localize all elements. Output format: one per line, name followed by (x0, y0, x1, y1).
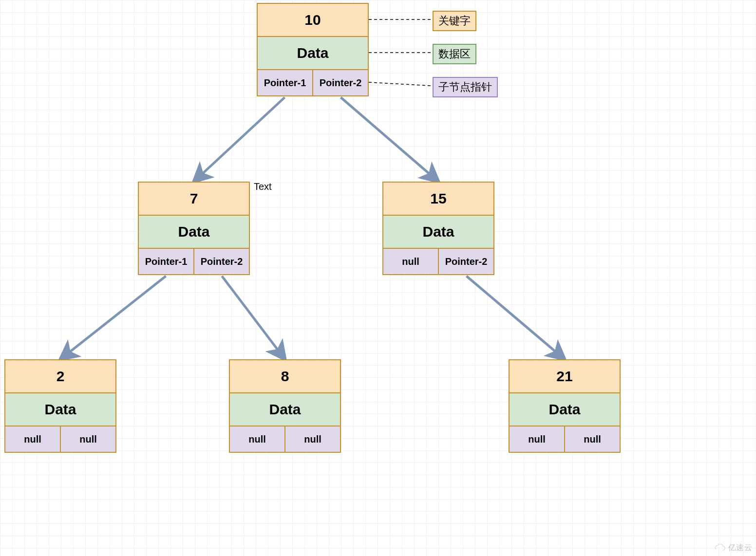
node-pointer-1: null (230, 426, 284, 452)
edge-arrow (222, 276, 285, 359)
node-pointer-2: null (564, 426, 620, 452)
node-pointer-1: Pointer-1 (258, 70, 312, 95)
node-data: Data (258, 37, 368, 70)
node-data: Data (510, 393, 620, 426)
node-key: 21 (510, 360, 620, 393)
node-pointer-2: null (60, 426, 115, 452)
tree-node-leaf-2: 2 Data null null (4, 359, 116, 453)
node-pointers: null null (510, 426, 620, 452)
node-pointers: null null (230, 426, 340, 452)
node-pointer-2: Pointer-2 (193, 249, 249, 274)
node-pointers: Pointer-1 Pointer-2 (258, 70, 368, 95)
tree-node-left: 7 Data Pointer-1 Pointer-2 (138, 182, 250, 275)
node-pointers: null Pointer-2 (383, 249, 493, 274)
legend-key-label: 关键字 (433, 11, 476, 31)
diagram-canvas (0, 0, 756, 556)
cloud-icon (713, 544, 726, 553)
edge-arrow (194, 97, 285, 182)
legend-pointer-label: 子节点指针 (433, 77, 498, 97)
node-pointer-1: null (5, 426, 60, 452)
tree-node-leaf-21: 21 Data null null (509, 359, 621, 453)
node-data: Data (5, 393, 115, 426)
node-pointer-2: Pointer-2 (312, 70, 368, 95)
node-data: Data (139, 216, 249, 249)
watermark-text: 亿速云 (728, 543, 753, 553)
edge-arrow (60, 276, 166, 359)
node-pointer-2: Pointer-2 (438, 249, 493, 274)
node-pointers: Pointer-1 Pointer-2 (139, 249, 249, 274)
node-data: Data (383, 216, 493, 249)
tree-node-right: 15 Data null Pointer-2 (382, 182, 494, 275)
node-pointer-1: Pointer-1 (139, 249, 193, 274)
legend-data-label: 数据区 (433, 44, 476, 64)
watermark: 亿速云 (713, 543, 753, 553)
node-key: 7 (139, 183, 249, 216)
node-pointer-1: null (383, 249, 438, 274)
node-key: 2 (5, 360, 115, 393)
node-pointers: null null (5, 426, 115, 452)
node-pointer-2: null (284, 426, 340, 452)
edge-arrow (467, 276, 565, 359)
legend-connector (369, 82, 431, 86)
tree-node-root: 10 Data Pointer-1 Pointer-2 (257, 3, 369, 96)
node-key: 10 (258, 4, 368, 37)
edge-arrow (341, 97, 439, 182)
tree-node-leaf-8: 8 Data null null (229, 359, 341, 453)
node-key: 8 (230, 360, 340, 393)
free-text-annotation: Text (254, 181, 272, 192)
node-key: 15 (383, 183, 493, 216)
node-pointer-1: null (510, 426, 564, 452)
node-data: Data (230, 393, 340, 426)
